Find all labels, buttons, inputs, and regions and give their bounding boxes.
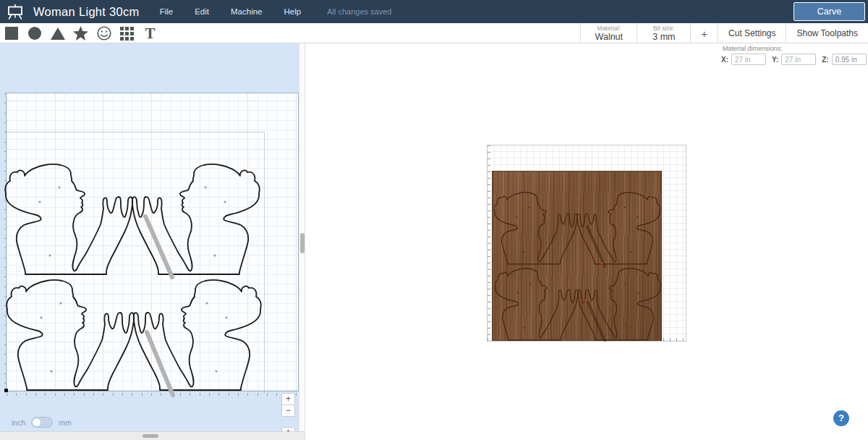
carved-stick-row2 xyxy=(588,302,605,341)
dowel-stick-row1 xyxy=(145,216,172,277)
title-bar: Woman Light 30cm File Edit Machine Help … xyxy=(0,0,868,23)
carved-row2-left xyxy=(495,268,578,340)
design-panel: + − inch mm xyxy=(0,43,305,440)
bit-size-selector[interactable]: Bit size: 3 mm xyxy=(637,23,690,43)
text-tool-icon[interactable]: T xyxy=(142,25,158,42)
dim-z-label: Z: xyxy=(822,56,828,64)
material-label: Material: xyxy=(597,25,621,32)
material-dimensions: Material dimensions: X: Y: Z: xyxy=(721,45,866,65)
toggle-knob xyxy=(32,418,41,427)
carve-button[interactable]: Carve xyxy=(793,2,865,21)
woman-outline-row1-left xyxy=(5,164,132,274)
design-shapes[interactable] xyxy=(7,93,299,397)
bed-ruler-left xyxy=(488,145,490,341)
show-toolpaths-button[interactable]: Show Toolpaths xyxy=(786,23,868,43)
woman-outline-row1-right xyxy=(132,164,260,274)
easel-logo-icon[interactable] xyxy=(6,4,25,20)
dim-x-input[interactable] xyxy=(731,54,766,65)
dim-y-input[interactable] xyxy=(781,54,816,65)
square-tool-icon[interactable] xyxy=(4,25,19,42)
star-tool-icon[interactable] xyxy=(73,25,88,42)
triangle-tool-icon[interactable] xyxy=(50,25,65,42)
pattern-grid-icon[interactable] xyxy=(119,25,135,42)
unit-label-inch: inch xyxy=(12,418,25,427)
carved-toolpaths xyxy=(493,172,663,342)
menu-edit[interactable]: Edit xyxy=(195,7,209,16)
carved-stick-row1 xyxy=(587,227,605,266)
design-canvas[interactable] xyxy=(6,93,299,392)
dim-x-label: X: xyxy=(721,56,728,64)
toolbar: T Material: Walnut Bit size: 3 mm + Cut … xyxy=(0,23,868,43)
dim-y-label: Y: xyxy=(772,56,778,64)
cut-setup-bar: Material: Walnut Bit size: 3 mm + Cut Se… xyxy=(580,23,868,43)
easel-app: Woman Light 30cm File Edit Machine Help … xyxy=(0,0,868,440)
material-dimensions-label: Material dimensions: xyxy=(723,45,866,52)
machine-bed-preview[interactable] xyxy=(487,145,686,342)
save-status: All changes saved xyxy=(327,7,391,16)
menu-machine[interactable]: Machine xyxy=(231,7,262,16)
unit-toggle: inch mm xyxy=(12,417,72,428)
plunge-point-row1 xyxy=(600,262,603,265)
menu-bar: File Edit Machine Help xyxy=(160,7,301,16)
preview-panel: Material dimensions: X: Y: Z: xyxy=(305,43,868,440)
zoom-in-button[interactable]: + xyxy=(281,393,295,405)
dim-z-input[interactable] xyxy=(832,54,867,65)
add-bit-button[interactable]: + xyxy=(690,23,718,43)
shape-tools: T xyxy=(4,23,158,43)
unit-toggle-switch[interactable] xyxy=(31,417,53,428)
material-selector[interactable]: Material: Walnut xyxy=(580,23,637,43)
menu-help[interactable]: Help xyxy=(284,7,301,16)
bit-size-value: 3 mm xyxy=(652,32,675,42)
ruler-vertical xyxy=(1,93,7,392)
woman-outline-row2-left xyxy=(7,280,134,390)
plunge-point-row2 xyxy=(584,299,587,302)
horizontal-scrollbar-thumb[interactable] xyxy=(142,434,158,438)
material-value: Walnut xyxy=(595,32,623,42)
bit-size-label: Bit size: xyxy=(653,25,675,32)
walnut-stock-preview[interactable] xyxy=(492,171,662,341)
zoom-out-button[interactable]: − xyxy=(281,405,295,417)
smiley-icon-library-icon[interactable] xyxy=(96,25,111,42)
circle-tool-icon[interactable] xyxy=(27,25,42,42)
woman-outline-row2-right xyxy=(134,280,261,390)
help-button[interactable]: ? xyxy=(833,410,849,426)
cut-settings-button[interactable]: Cut Settings xyxy=(718,23,786,43)
horizontal-scrollbar[interactable] xyxy=(0,431,305,440)
project-title[interactable]: Woman Light 30cm xyxy=(33,5,140,19)
carved-row1-left xyxy=(494,192,577,264)
menu-file[interactable]: File xyxy=(160,7,174,16)
unit-label-mm: mm xyxy=(59,418,72,427)
vertical-scrollbar[interactable] xyxy=(299,43,305,431)
